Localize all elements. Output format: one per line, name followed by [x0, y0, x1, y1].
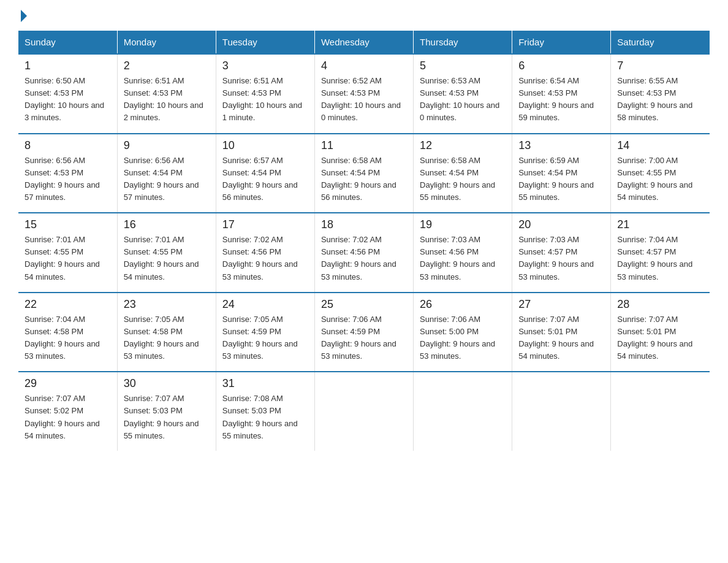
day-number: 23	[124, 298, 210, 311]
calendar-day-cell: 18 Sunrise: 7:02 AMSunset: 4:56 PMDaylig…	[314, 213, 413, 293]
day-number: 28	[617, 298, 703, 311]
calendar-day-cell: 27 Sunrise: 7:07 AMSunset: 5:01 PMDaylig…	[512, 293, 611, 372]
day-number: 31	[222, 377, 308, 390]
calendar-day-cell: 6 Sunrise: 6:54 AMSunset: 4:53 PMDayligh…	[512, 54, 611, 134]
day-info: Sunrise: 6:52 AMSunset: 4:53 PMDaylight:…	[321, 75, 407, 124]
weekday-header: Saturday	[611, 31, 710, 54]
calendar-day-cell: 11 Sunrise: 6:58 AMSunset: 4:54 PMDaylig…	[314, 134, 413, 213]
day-info: Sunrise: 7:00 AMSunset: 4:55 PMDaylight:…	[617, 155, 703, 204]
day-number: 19	[420, 218, 506, 231]
day-info: Sunrise: 6:56 AMSunset: 4:53 PMDaylight:…	[25, 155, 111, 204]
calendar-day-cell	[611, 372, 710, 451]
day-number: 30	[124, 377, 210, 390]
day-number: 14	[617, 139, 703, 152]
day-info: Sunrise: 7:05 AMSunset: 4:59 PMDaylight:…	[222, 313, 308, 363]
day-info: Sunrise: 6:51 AMSunset: 4:53 PMDaylight:…	[124, 75, 210, 124]
day-number: 5	[420, 59, 506, 72]
day-number: 8	[25, 139, 111, 152]
weekday-header-row: SundayMondayTuesdayWednesdayThursdayFrid…	[18, 31, 710, 54]
day-number: 12	[420, 139, 506, 152]
calendar-day-cell: 4 Sunrise: 6:52 AMSunset: 4:53 PMDayligh…	[314, 54, 413, 134]
calendar-day-cell: 21 Sunrise: 7:04 AMSunset: 4:57 PMDaylig…	[611, 213, 710, 293]
day-number: 3	[222, 59, 308, 72]
day-info: Sunrise: 6:54 AMSunset: 4:53 PMDaylight:…	[518, 75, 604, 124]
logo	[18, 12, 27, 20]
calendar-week-row: 15 Sunrise: 7:01 AMSunset: 4:55 PMDaylig…	[18, 213, 710, 293]
day-number: 21	[617, 218, 703, 231]
calendar-day-cell: 2 Sunrise: 6:51 AMSunset: 4:53 PMDayligh…	[117, 54, 216, 134]
calendar-day-cell: 23 Sunrise: 7:05 AMSunset: 4:58 PMDaylig…	[117, 293, 216, 372]
day-number: 13	[518, 139, 604, 152]
day-info: Sunrise: 7:06 AMSunset: 5:00 PMDaylight:…	[420, 313, 506, 363]
calendar-day-cell: 31 Sunrise: 7:08 AMSunset: 5:03 PMDaylig…	[216, 372, 314, 451]
day-info: Sunrise: 7:08 AMSunset: 5:03 PMDaylight:…	[222, 393, 308, 442]
weekday-header: Wednesday	[314, 31, 413, 54]
calendar-day-cell: 9 Sunrise: 6:56 AMSunset: 4:54 PMDayligh…	[117, 134, 216, 213]
calendar-day-cell: 22 Sunrise: 7:04 AMSunset: 4:58 PMDaylig…	[18, 293, 117, 372]
day-info: Sunrise: 6:51 AMSunset: 4:53 PMDaylight:…	[222, 75, 308, 124]
calendar-day-cell: 17 Sunrise: 7:02 AMSunset: 4:56 PMDaylig…	[216, 213, 314, 293]
calendar-day-cell: 8 Sunrise: 6:56 AMSunset: 4:53 PMDayligh…	[18, 134, 117, 213]
calendar-day-cell: 26 Sunrise: 7:06 AMSunset: 5:00 PMDaylig…	[414, 293, 512, 372]
calendar-day-cell: 12 Sunrise: 6:58 AMSunset: 4:54 PMDaylig…	[414, 134, 512, 213]
calendar-week-row: 29 Sunrise: 7:07 AMSunset: 5:02 PMDaylig…	[18, 372, 710, 451]
day-number: 10	[222, 139, 308, 152]
calendar-day-cell: 3 Sunrise: 6:51 AMSunset: 4:53 PMDayligh…	[216, 54, 314, 134]
day-info: Sunrise: 6:55 AMSunset: 4:53 PMDaylight:…	[617, 75, 703, 124]
day-info: Sunrise: 7:03 AMSunset: 4:56 PMDaylight:…	[420, 234, 506, 283]
weekday-header: Sunday	[18, 31, 117, 54]
day-number: 29	[25, 377, 111, 390]
day-info: Sunrise: 7:07 AMSunset: 5:03 PMDaylight:…	[124, 393, 210, 442]
day-info: Sunrise: 7:03 AMSunset: 4:57 PMDaylight:…	[518, 234, 604, 283]
day-number: 26	[420, 298, 506, 311]
day-number: 24	[222, 298, 308, 311]
day-number: 2	[124, 59, 210, 72]
calendar-day-cell: 7 Sunrise: 6:55 AMSunset: 4:53 PMDayligh…	[611, 54, 710, 134]
day-number: 16	[124, 218, 210, 231]
calendar-day-cell: 16 Sunrise: 7:01 AMSunset: 4:55 PMDaylig…	[117, 213, 216, 293]
weekday-header: Thursday	[414, 31, 512, 54]
calendar-day-cell: 14 Sunrise: 7:00 AMSunset: 4:55 PMDaylig…	[611, 134, 710, 213]
calendar-day-cell	[314, 372, 413, 451]
day-info: Sunrise: 7:05 AMSunset: 4:58 PMDaylight:…	[124, 313, 210, 363]
calendar-day-cell: 30 Sunrise: 7:07 AMSunset: 5:03 PMDaylig…	[117, 372, 216, 451]
calendar-day-cell: 25 Sunrise: 7:06 AMSunset: 4:59 PMDaylig…	[314, 293, 413, 372]
calendar-day-cell: 29 Sunrise: 7:07 AMSunset: 5:02 PMDaylig…	[18, 372, 117, 451]
calendar-week-row: 22 Sunrise: 7:04 AMSunset: 4:58 PMDaylig…	[18, 293, 710, 372]
calendar-week-row: 1 Sunrise: 6:50 AMSunset: 4:53 PMDayligh…	[18, 54, 710, 134]
day-number: 22	[25, 298, 111, 311]
calendar-day-cell: 15 Sunrise: 7:01 AMSunset: 4:55 PMDaylig…	[18, 213, 117, 293]
day-info: Sunrise: 7:07 AMSunset: 5:01 PMDaylight:…	[518, 313, 604, 363]
calendar-day-cell: 24 Sunrise: 7:05 AMSunset: 4:59 PMDaylig…	[216, 293, 314, 372]
day-info: Sunrise: 7:07 AMSunset: 5:01 PMDaylight:…	[617, 313, 703, 363]
calendar-day-cell	[512, 372, 611, 451]
day-info: Sunrise: 7:02 AMSunset: 4:56 PMDaylight:…	[222, 234, 308, 283]
day-info: Sunrise: 7:01 AMSunset: 4:55 PMDaylight:…	[25, 234, 111, 283]
day-info: Sunrise: 7:02 AMSunset: 4:56 PMDaylight:…	[321, 234, 407, 283]
day-info: Sunrise: 6:57 AMSunset: 4:54 PMDaylight:…	[222, 155, 308, 204]
calendar-day-cell: 10 Sunrise: 6:57 AMSunset: 4:54 PMDaylig…	[216, 134, 314, 213]
day-number: 6	[518, 59, 604, 72]
day-number: 25	[321, 298, 407, 311]
day-info: Sunrise: 6:58 AMSunset: 4:54 PMDaylight:…	[420, 155, 506, 204]
calendar-week-row: 8 Sunrise: 6:56 AMSunset: 4:53 PMDayligh…	[18, 134, 710, 213]
day-number: 15	[25, 218, 111, 231]
calendar-day-cell: 20 Sunrise: 7:03 AMSunset: 4:57 PMDaylig…	[512, 213, 611, 293]
day-info: Sunrise: 6:56 AMSunset: 4:54 PMDaylight:…	[124, 155, 210, 204]
calendar-day-cell	[414, 372, 512, 451]
day-info: Sunrise: 7:04 AMSunset: 4:57 PMDaylight:…	[617, 234, 703, 283]
weekday-header: Monday	[117, 31, 216, 54]
day-number: 7	[617, 59, 703, 72]
logo-arrow-icon	[21, 10, 27, 22]
day-info: Sunrise: 7:04 AMSunset: 4:58 PMDaylight:…	[25, 313, 111, 363]
day-info: Sunrise: 6:59 AMSunset: 4:54 PMDaylight:…	[518, 155, 604, 204]
day-number: 4	[321, 59, 407, 72]
day-info: Sunrise: 6:58 AMSunset: 4:54 PMDaylight:…	[321, 155, 407, 204]
weekday-header: Friday	[512, 31, 611, 54]
day-number: 9	[124, 139, 210, 152]
calendar-day-cell: 1 Sunrise: 6:50 AMSunset: 4:53 PMDayligh…	[18, 54, 117, 134]
weekday-header: Tuesday	[216, 31, 314, 54]
day-number: 1	[25, 59, 111, 72]
calendar-table: SundayMondayTuesdayWednesdayThursdayFrid…	[18, 31, 710, 451]
calendar-day-cell: 5 Sunrise: 6:53 AMSunset: 4:53 PMDayligh…	[414, 54, 512, 134]
